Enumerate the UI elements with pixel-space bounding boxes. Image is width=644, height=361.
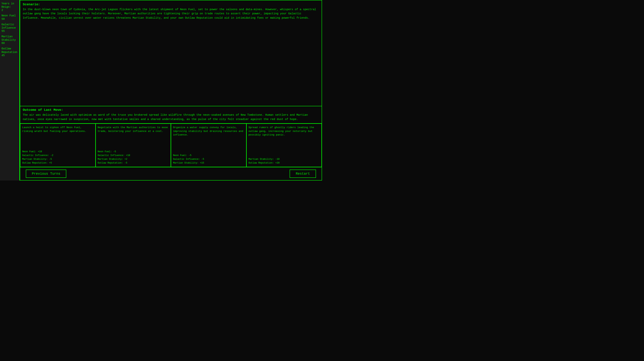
stat-value-4: 45 xyxy=(2,54,18,57)
stat-label-4: Outlaw Reputation xyxy=(2,47,18,54)
stat-value-0: 2 xyxy=(2,9,18,12)
choice-effects-0: Neon Fuel: +10 Galactic Influence: -2 Ma… xyxy=(22,150,94,165)
scenario-text: In the dust-blown neon town of Cydonia, … xyxy=(23,7,319,20)
stat-label-2: Galactic Influence xyxy=(2,23,18,30)
stat-label-3: Martian Stability xyxy=(2,35,18,42)
main-layout: Years in Reign:2Neon Fuel50Galactic Infl… xyxy=(0,0,322,181)
choice-description-0: Launch a heist to siphon off Neon Fuel, … xyxy=(22,126,94,148)
choice-description-3: Spread rumors of ghostly riders leading … xyxy=(248,126,320,155)
choice-description-1: Negotiate with the Martian authorities t… xyxy=(98,126,169,148)
bottom-bar: Previous Turns Restart xyxy=(20,167,322,180)
choice-description-2: Organize a water supply convoy for local… xyxy=(173,126,244,152)
choice-card-3[interactable]: Spread rumors of ghostly riders leading … xyxy=(246,124,322,167)
choice-effects-3: Martian Stability: -10 Outlaw Reputation… xyxy=(248,157,320,165)
stat-value-2: 55 xyxy=(2,30,18,33)
stat-block-2: Galactic Influence55 xyxy=(2,23,18,33)
scenario-section: Scenario: In the dust-blown neon town of… xyxy=(20,1,322,106)
outcome-text: The air was delicately laced with optimi… xyxy=(23,113,319,121)
stat-block-0: Years in Reign:2 xyxy=(2,2,18,12)
choice-card-1[interactable]: Negotiate with the Martian authorities t… xyxy=(96,124,171,167)
stat-block-4: Outlaw Reputation45 xyxy=(2,47,18,57)
choice-card-0[interactable]: Launch a heist to siphon off Neon Fuel, … xyxy=(20,124,96,167)
stat-value-1: 50 xyxy=(2,18,18,21)
choices-section: Launch a heist to siphon off Neon Fuel, … xyxy=(20,124,322,167)
scenario-title: Scenario: xyxy=(23,3,319,6)
previous-turns-button[interactable]: Previous Turns xyxy=(26,170,66,178)
restart-button[interactable]: Restart xyxy=(290,170,316,178)
stat-block-1: Neon Fuel50 xyxy=(2,14,18,20)
choice-card-2[interactable]: Organize a water supply convoy for local… xyxy=(171,124,246,167)
outcome-section: Outcome of Last Move: The air was delica… xyxy=(20,106,322,124)
stat-value-3: 60 xyxy=(2,42,18,45)
outcome-title: Outcome of Last Move: xyxy=(23,108,319,112)
content-area: Scenario: In the dust-blown neon town of… xyxy=(20,0,322,181)
choice-effects-1: Neon Fuel: -5 Galactic Influence: +10 Ma… xyxy=(98,150,169,165)
choice-effects-2: Neon Fuel: -5 Galactic Influence: -5 Mar… xyxy=(173,154,244,165)
stat-label-1: Neon Fuel xyxy=(2,14,18,17)
sidebar: Years in Reign:2Neon Fuel50Galactic Infl… xyxy=(0,0,20,181)
stat-label-0: Years in Reign: xyxy=(2,2,18,9)
stat-block-3: Martian Stability60 xyxy=(2,35,18,45)
